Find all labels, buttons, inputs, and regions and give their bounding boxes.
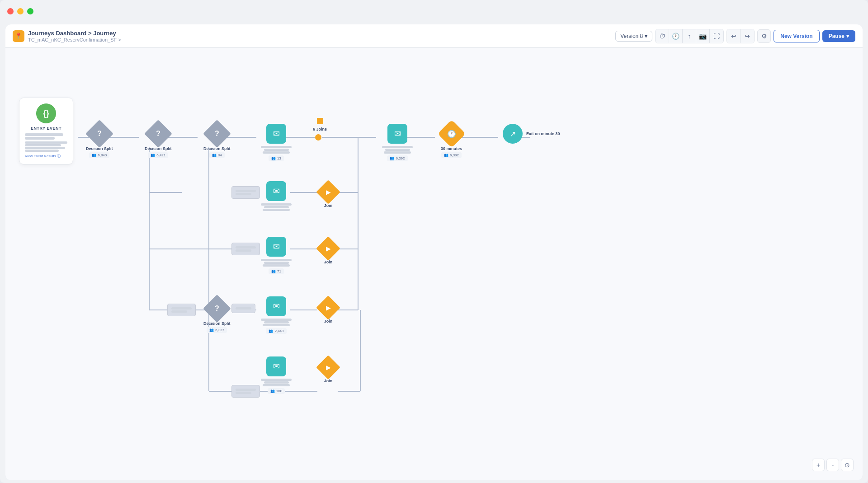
step-node-row3 <box>231 243 260 255</box>
breadcrumb-path: TC_mAC_nKC_ReservConfirmation_SF > <box>28 37 121 42</box>
exit-icon: ↗ <box>503 124 523 144</box>
breadcrumb-main[interactable]: Journeys Dashboard <box>28 30 86 37</box>
zoom-controls: + - ⊙ <box>812 459 854 471</box>
upload-icon-btn[interactable]: ↑ <box>683 29 696 43</box>
redo-icon-btn[interactable]: ↪ <box>741 29 754 43</box>
six-joins-dot <box>317 118 323 124</box>
new-version-button[interactable]: New Version <box>774 30 819 42</box>
email-trigger-mid1-label <box>261 203 292 211</box>
email-trigger-mid4-icon: ✉ <box>266 356 286 376</box>
email-trigger-1-label <box>261 145 292 154</box>
people-icon-3: 👥 <box>212 153 217 157</box>
email-trigger-top-icon: ✉ <box>387 124 407 144</box>
email-trigger-mid2-icon: ✉ <box>266 237 286 257</box>
join-mid2-node[interactable]: ▶ Join <box>320 240 337 264</box>
join-mid1-node[interactable]: ▶ Join <box>320 183 337 208</box>
timer-icon-btn[interactable]: ⏱ <box>656 29 669 43</box>
timer-30min-node[interactable]: 🕐 30 minutes 👥 6,392 <box>441 124 462 158</box>
exit-node[interactable]: ↗ Exit on minute 30 <box>503 124 560 144</box>
undo-icon-btn[interactable]: ↩ <box>727 29 741 43</box>
email-trigger-mid2-count: 👥 71 <box>269 268 284 274</box>
entry-event-name <box>25 133 67 140</box>
entry-event-criteria <box>25 141 67 152</box>
entry-event-icon: {} <box>36 103 56 123</box>
people-icon-timer: 👥 <box>444 153 448 157</box>
zoom-reset-button[interactable]: ⊙ <box>841 459 854 471</box>
step-node-row4 <box>167 304 196 316</box>
history-icon-btn[interactable]: 🕐 <box>669 29 683 43</box>
email-trigger-mid1-node[interactable]: ✉ <box>261 181 292 211</box>
join-mid4-node[interactable]: ▶ Join <box>320 359 337 383</box>
join-mid3-node[interactable]: ▶ Join <box>320 299 337 324</box>
app-header: 📍 Journeys Dashboard > Journey TC_mAC_nK… <box>5 24 863 48</box>
people-icon-em2: 👥 <box>271 269 276 273</box>
pause-label: Pause <box>829 33 844 39</box>
join-mid1-label: Join <box>324 203 333 208</box>
email-trigger-mid4-node[interactable]: ✉ 👥 108 <box>261 356 292 394</box>
svg-point-29 <box>315 134 321 141</box>
location-icon: 📍 <box>13 30 24 42</box>
decision-split-3-node[interactable]: ? Decision Split 👥 84 <box>203 124 231 158</box>
minimize-button[interactable] <box>17 8 24 14</box>
pause-button[interactable]: Pause ▾ <box>822 30 855 42</box>
toolbar-icon-group-2: ↩ ↪ <box>726 29 755 43</box>
timer-30min-label: 30 minutes <box>441 146 462 151</box>
app-container: 📍 Journeys Dashboard > Journey TC_mAC_nK… <box>5 24 863 480</box>
six-joins-label: 6 Joins <box>313 127 327 131</box>
email-trigger-mid3-label <box>261 318 292 327</box>
decision-split-1-node[interactable]: ? Decision Split 👥 6,840 <box>86 124 113 158</box>
people-icon-2: 👥 <box>151 153 155 157</box>
decision-split-4-node[interactable]: ? Decision Split 👥 6,337 <box>203 299 231 333</box>
join-mid3-icon: ▶ <box>316 295 340 320</box>
settings-icon-btn[interactable]: ⚙ <box>757 29 771 43</box>
canvas-svg <box>5 48 863 480</box>
join-mid2-label: Join <box>324 260 333 264</box>
people-icon-em4: 👥 <box>270 389 275 393</box>
version-selector[interactable]: Version 8 ▾ <box>615 31 652 42</box>
step-node-row2 <box>231 186 260 199</box>
join-mid2-icon: ▶ <box>316 236 340 261</box>
snapshot-icon-btn[interactable]: 📷 <box>696 29 710 43</box>
timer-30min-icon: 🕐 <box>437 120 465 148</box>
maximize-button[interactable] <box>27 8 33 14</box>
decision-split-4-count: 👥 6,337 <box>207 327 227 333</box>
breadcrumb-section: Journeys Dashboard > Journey TC_mAC_nKC_… <box>28 30 121 42</box>
exit-label: Exit on minute 30 <box>526 131 560 136</box>
join-mid4-label: Join <box>324 379 333 383</box>
window-chrome: 📍 Journeys Dashboard > Journey TC_mAC_nK… <box>0 0 868 483</box>
entry-event-card: {} ENTRY EVENT View Event Results ⓘ <box>19 98 73 164</box>
decision-split-3-icon: ? <box>203 120 231 148</box>
header-right: Version 8 ▾ ⏱ 🕐 ↑ 📷 ⛶ ↩ ↪ ⚙ New Version <box>615 29 855 43</box>
decision-split-4-icon: ? <box>203 295 231 323</box>
email-trigger-mid3-node[interactable]: ✉ 👥 2,448 <box>261 296 292 334</box>
close-button[interactable] <box>7 8 14 14</box>
breadcrumb-current[interactable]: Journey <box>93 30 116 37</box>
entry-event-icon-text: {} <box>43 109 49 118</box>
email-trigger-mid2-node[interactable]: ✉ 👥 71 <box>261 237 292 274</box>
people-icon-ds4: 👥 <box>209 328 214 332</box>
six-joins-node: 6 Joins <box>313 118 327 131</box>
step-node-row4b <box>231 304 255 313</box>
decision-split-2-node[interactable]: ? Decision Split 👥 6,421 <box>145 124 172 158</box>
email-trigger-top-count: 👥 6,392 <box>387 155 407 161</box>
decision-split-2-count: 👥 6,421 <box>148 152 168 158</box>
timer-30min-count: 👥 6,392 <box>441 152 462 158</box>
zoom-in-button[interactable]: + <box>812 459 825 471</box>
join-mid3-label: Join <box>324 319 333 324</box>
toolbar-icon-group-1: ⏱ 🕐 ↑ 📷 ⛶ <box>655 29 724 43</box>
email-trigger-top-node[interactable]: ✉ 👥 6,392 <box>382 124 413 161</box>
step-node-row5 <box>231 385 260 398</box>
email-trigger-1-count: 👥 13 <box>269 155 284 161</box>
decision-split-1-icon-text: ? <box>97 130 102 138</box>
zoom-out-button[interactable]: - <box>826 459 839 471</box>
view-event-results-link[interactable]: View Event Results ⓘ <box>25 154 67 159</box>
breadcrumb: Journeys Dashboard > Journey <box>28 30 121 37</box>
chevron-down-icon: ▾ <box>645 33 647 39</box>
email-trigger-1-node[interactable]: ✉ 👥 13 <box>261 124 292 161</box>
fullscreen-icon-btn[interactable]: ⛶ <box>710 29 723 43</box>
view-event-results-text: View Event Results <box>25 154 56 158</box>
canvas-area[interactable]: {} ENTRY EVENT View Event Results ⓘ <box>5 48 863 480</box>
email-trigger-top-label <box>382 145 413 154</box>
decision-split-1-count: 👥 6,840 <box>89 152 109 158</box>
email-trigger-mid4-count: 👥 108 <box>268 388 285 394</box>
